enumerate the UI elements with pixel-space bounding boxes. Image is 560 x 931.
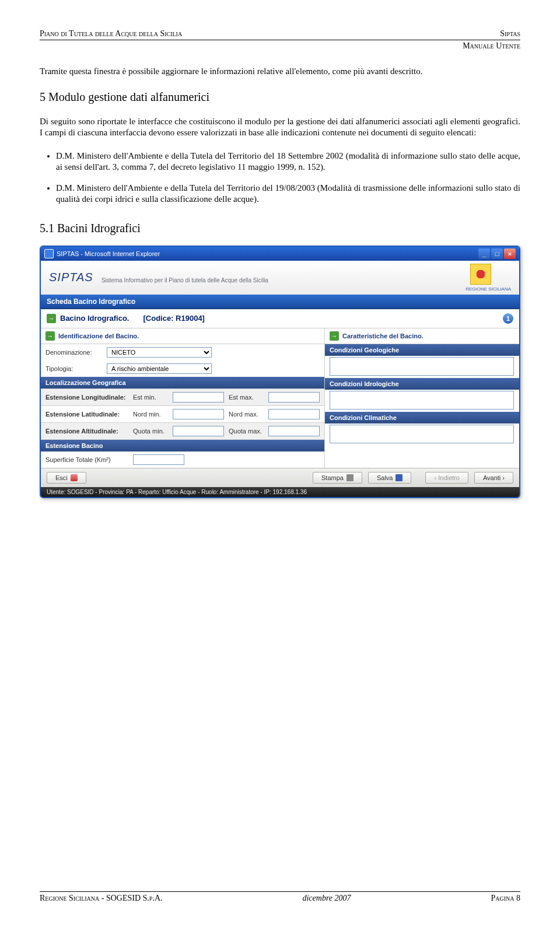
heading-5-1: 5.1 Bacini Idrografici [40, 222, 520, 235]
tipo-label: Tipologia: [46, 365, 107, 372]
alt-min-input[interactable] [173, 426, 224, 436]
stampa-button[interactable]: Stampa [313, 472, 362, 484]
header-right2: Manuale Utente [40, 41, 520, 51]
heading-5: 5 Modulo gestione dati alfanumerici [40, 89, 520, 104]
browser-window: SIPTAS - Microsoft Internet Explorer _ □… [40, 246, 520, 498]
lat-min-label: Nord min. [133, 411, 173, 418]
clim-textarea[interactable] [330, 425, 514, 443]
app-banner: SIPTAS Sistema Informativo per il Piano … [41, 261, 519, 295]
car-header: Caratteristiche del Bacino. [342, 332, 424, 340]
lon-max-input[interactable] [268, 392, 320, 402]
app-logo: SIPTAS [49, 271, 93, 284]
idro-textarea[interactable] [330, 391, 514, 410]
lat-max-input[interactable] [268, 409, 320, 419]
ident-header: Identificazione del Bacino. [58, 332, 139, 340]
alt-max-input[interactable] [268, 426, 320, 436]
bullet-2: D.M. Ministero dell'Ambiente e della Tut… [56, 183, 520, 205]
ext-header: Estensione Bacino [41, 440, 324, 452]
close-button[interactable]: × [504, 249, 516, 259]
surf-input[interactable] [133, 454, 184, 465]
entity-label: Bacino Idrografico. [60, 314, 129, 323]
maximize-button[interactable]: □ [491, 249, 503, 259]
exit-icon [71, 474, 78, 481]
alt-min-label: Quota min. [133, 428, 173, 435]
arrow-icon: → [46, 331, 55, 341]
status-bar: Utente: SOGESID - Provincia: PA - Repart… [41, 487, 519, 497]
print-icon [346, 474, 354, 481]
header-right: Siptas [500, 29, 520, 38]
app-tagline: Sistema Informativo per il Piano di tute… [102, 277, 466, 284]
lat-min-input[interactable] [173, 409, 224, 419]
loc-header: Localizzazione Geografica [41, 377, 324, 388]
lon-min-input[interactable] [173, 392, 224, 402]
footer-center: dicembre 2007 [302, 894, 351, 903]
lon-max-label: Est max. [229, 394, 268, 401]
entity-code: [Codice: R19004] [143, 314, 204, 323]
lat-max-label: Nord max. [229, 411, 268, 418]
geo-header: Condizioni Geologiche [325, 344, 519, 356]
lon-label: Estensione Longitudinale: [46, 394, 133, 401]
entity-bar: → Bacino Idrografico. [Codice: R19004] 1 [41, 309, 519, 328]
tipo-select[interactable]: A rischio ambientale [107, 363, 212, 374]
lat-label: Estensione Latitudinale: [46, 411, 133, 418]
denom-label: Denominazione: [46, 349, 107, 356]
region-name: REGIONE SICILIANA [466, 286, 511, 292]
save-icon [396, 474, 402, 481]
idro-header: Condizioni Idrologiche [325, 378, 519, 390]
paragraph-intro: Tramite questa finestra è possibile aggi… [40, 66, 520, 78]
arrow-icon: → [330, 331, 339, 341]
paragraph-2: Di seguito sono riportate le interfacce … [40, 116, 520, 139]
lon-min-label: Est min. [133, 394, 173, 401]
indietro-button[interactable]: ‹ Indietro [425, 472, 468, 484]
footer-right: Pagina 8 [491, 894, 520, 903]
surf-label: Superficie Totale (Km²) [46, 456, 133, 463]
esci-button[interactable]: Esci [47, 472, 86, 484]
denom-select[interactable]: NICETO [107, 347, 212, 358]
alt-max-label: Quota max. [229, 428, 268, 435]
salva-button[interactable]: Salva [368, 472, 412, 484]
avanti-button[interactable]: Avanti › [474, 472, 513, 484]
minimize-button[interactable]: _ [478, 249, 490, 259]
geo-textarea[interactable] [330, 357, 514, 376]
bullet-1: D.M. Ministero dell'Ambiente e della Tut… [56, 150, 520, 173]
clim-header: Condizioni Climatiche [325, 412, 519, 424]
window-title: SIPTAS - Microsoft Internet Explorer [57, 250, 160, 257]
arrow-icon: → [47, 314, 56, 323]
alt-label: Estensione Altitudinale: [46, 428, 133, 435]
region-flag-icon [470, 264, 491, 285]
ie-icon [44, 249, 54, 258]
section-title: Scheda Bacino Idrografico [41, 295, 519, 309]
titlebar: SIPTAS - Microsoft Internet Explorer _ □… [41, 247, 519, 261]
step-badge: 1 [503, 313, 513, 324]
header-left: Piano di Tutela delle Acque della Sicili… [40, 29, 182, 38]
footer-left: Regione Siciliana - SOGESID S.p.A. [40, 894, 163, 903]
